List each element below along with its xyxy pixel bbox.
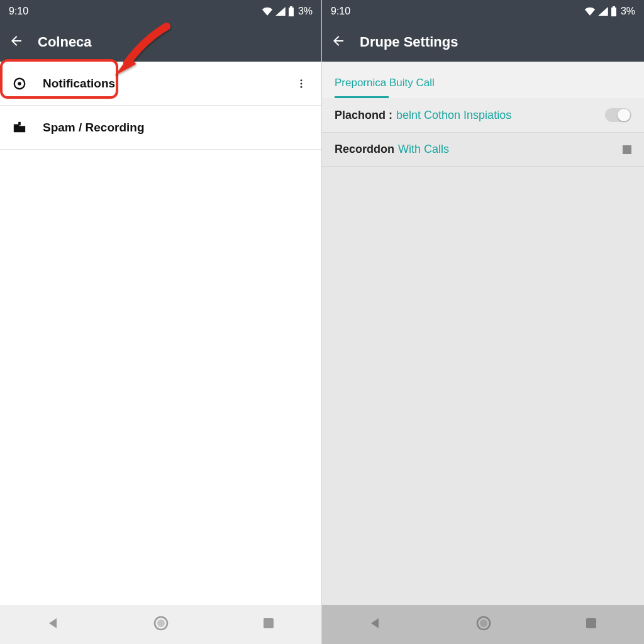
phone-left: 9:10 3% Colneca Notifications	[0, 0, 322, 644]
notifications-icon	[13, 77, 43, 91]
nav-back-icon[interactable]	[46, 616, 61, 633]
battery-percent: 3%	[298, 6, 313, 17]
status-icons: 3%	[584, 6, 635, 17]
app-title: Colneca	[38, 34, 92, 50]
settings-list: Plachond : belnt Cothon Inspiatios Recor…	[322, 98, 644, 167]
svg-rect-11	[586, 618, 596, 628]
app-bar-right: Drupe Settings	[322, 23, 644, 62]
status-icons: 3%	[262, 6, 313, 17]
settings-label: Plachond :	[335, 109, 392, 122]
tab-prepornica[interactable]: Prepornica Buity Call	[335, 77, 435, 98]
battery-icon	[611, 6, 617, 16]
nav-recent-icon[interactable]	[584, 616, 598, 633]
svg-point-10	[480, 619, 487, 627]
battery-icon	[288, 6, 294, 16]
settings-value: belnt Cothon Inspiatios	[396, 109, 511, 122]
right-content: Prepornica Buity Call Plachond : belnt C…	[322, 62, 644, 605]
row-notifications[interactable]: Notifications	[0, 62, 321, 106]
tab-bar: Prepornica Buity Call	[322, 62, 644, 98]
status-time: 9:10	[9, 6, 28, 17]
stop-icon[interactable]	[623, 145, 631, 154]
svg-rect-5	[18, 121, 21, 125]
left-content: Notifications Spam / Recording	[0, 62, 321, 605]
nav-home-icon[interactable]	[153, 615, 169, 634]
svg-point-7	[157, 619, 165, 627]
svg-rect-8	[264, 618, 274, 628]
nav-recent-icon[interactable]	[262, 616, 275, 633]
app-title: Drupe Settings	[360, 34, 458, 50]
row-plachond[interactable]: Plachond : belnt Cothon Inspiatios	[322, 98, 644, 133]
folder-icon	[13, 121, 43, 134]
back-arrow-icon[interactable]	[9, 33, 24, 51]
settings-label: Recorddon	[335, 143, 394, 156]
row-recorddon[interactable]: Recorddon With Calls	[322, 133, 644, 167]
status-time: 9:10	[331, 6, 350, 17]
svg-point-3	[301, 82, 303, 84]
svg-point-2	[301, 79, 303, 81]
row-spam-recording[interactable]: Spam / Recording	[0, 106, 321, 150]
settings-value: With Calls	[398, 143, 449, 156]
nav-bar-left	[0, 605, 321, 644]
battery-percent: 3%	[621, 6, 635, 17]
nav-bar-right	[322, 605, 644, 644]
phone-right: 9:10 3% Drupe Settings Prepornica Buity …	[322, 0, 644, 644]
status-bar: 9:10 3%	[322, 0, 644, 23]
back-arrow-icon[interactable]	[331, 33, 346, 51]
app-bar-left: Colneca	[0, 23, 321, 62]
wifi-icon	[584, 7, 596, 16]
row-label: Notifications	[43, 77, 115, 91]
status-bar: 9:10 3%	[0, 0, 321, 23]
nav-home-icon[interactable]	[475, 615, 492, 634]
svg-point-4	[301, 86, 303, 87]
more-icon[interactable]	[294, 78, 309, 89]
nav-back-icon[interactable]	[368, 616, 383, 633]
signal-icon	[598, 7, 608, 16]
wifi-icon	[262, 7, 273, 16]
signal-icon	[275, 7, 286, 16]
row-label: Spam / Recording	[43, 121, 145, 135]
svg-point-1	[18, 82, 21, 86]
toggle-switch[interactable]	[605, 108, 631, 122]
